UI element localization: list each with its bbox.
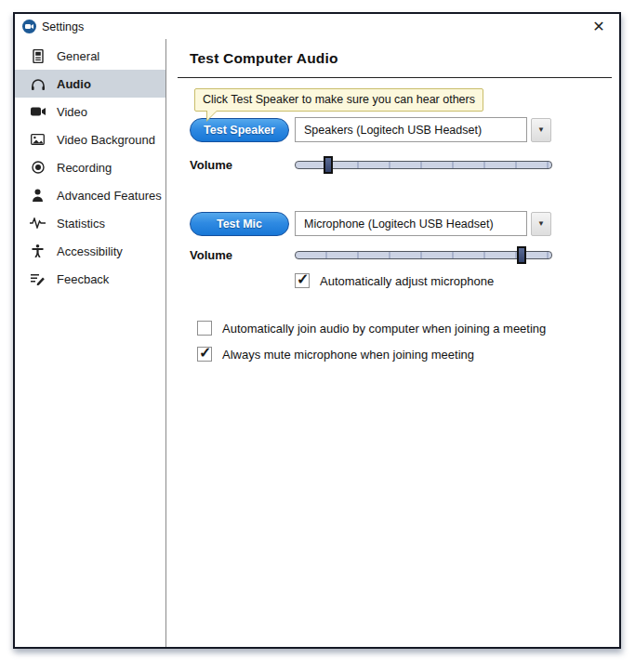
sidebar-item-label: Video xyxy=(57,105,87,119)
speaker-device-combo: Speakers (Logitech USB Headset) ▼ xyxy=(295,117,551,142)
slider-track xyxy=(295,161,552,169)
sidebar-item-label: Feecback xyxy=(57,272,109,286)
test-speaker-button[interactable]: Test Speaker xyxy=(190,118,289,142)
auto-adjust-mic-option[interactable]: Automatically adjust microphone xyxy=(295,273,619,288)
sidebar-item-label: Video Background xyxy=(57,133,155,147)
sidebar-item-label: Statistics xyxy=(57,217,105,231)
speaker-row: Test Speaker Speakers (Logitech USB Head… xyxy=(190,117,619,142)
auto-adjust-mic-checkbox[interactable] xyxy=(295,273,310,288)
speaker-volume-slider[interactable] xyxy=(295,156,552,174)
settings-sidebar: General Audio Video xyxy=(15,39,166,647)
image-icon xyxy=(30,132,46,148)
general-icon xyxy=(30,48,46,64)
sidebar-item-label: Advanced Features xyxy=(57,189,162,203)
close-icon[interactable]: ✕ xyxy=(589,18,608,36)
test-mic-button[interactable]: Test Mic xyxy=(190,212,289,236)
auto-join-audio-checkbox[interactable] xyxy=(197,321,212,336)
mic-device-select[interactable]: Microphone (Logitech USB Headset) xyxy=(295,211,527,236)
sidebar-item-accessibility[interactable]: Accessibility xyxy=(15,237,165,265)
headphones-icon xyxy=(30,76,46,92)
page-background: Settings ✕ General Audio xyxy=(0,0,635,672)
sidebar-item-audio[interactable]: Audio xyxy=(15,70,165,98)
sidebar-item-advanced-features[interactable]: Advanced Features xyxy=(15,181,165,209)
auto-join-audio-label: Automatically join audio by computer whe… xyxy=(222,322,546,336)
test-speaker-tooltip: Click Test Speaker to make sure you can … xyxy=(194,88,483,112)
video-camera-icon xyxy=(30,104,46,120)
window-title: Settings xyxy=(42,20,84,33)
mic-dropdown-arrow-icon[interactable]: ▼ xyxy=(531,212,551,236)
audio-settings-panel: Test Computer Audio Click Test Speaker t… xyxy=(166,39,619,647)
sidebar-item-video-background[interactable]: Video Background xyxy=(15,125,165,153)
sidebar-item-label: General xyxy=(57,49,99,63)
page-title: Test Computer Audio xyxy=(190,50,619,67)
zoom-logo-icon xyxy=(22,20,36,33)
speaker-volume-row: Volume xyxy=(190,156,619,173)
mic-volume-row: Volume xyxy=(190,246,619,263)
slider-track xyxy=(295,251,552,259)
sidebar-item-video[interactable]: Video xyxy=(15,98,165,125)
speaker-device-select[interactable]: Speakers (Logitech USB Headset) xyxy=(295,117,527,142)
mic-device-combo: Microphone (Logitech USB Headset) ▼ xyxy=(295,211,551,236)
record-icon xyxy=(30,160,46,176)
speaker-volume-label: Volume xyxy=(190,158,232,172)
sidebar-item-statistics[interactable]: Statistics xyxy=(15,209,165,237)
auto-adjust-mic-label: Automatically adjust microphone xyxy=(320,274,494,288)
settings-window: Settings ✕ General Audio xyxy=(13,12,621,649)
sidebar-item-feedback[interactable]: Feecback xyxy=(15,265,165,293)
pulse-icon xyxy=(30,216,46,231)
speaker-volume-thumb[interactable] xyxy=(324,156,333,174)
mic-row: Test Mic Microphone (Logitech USB Headse… xyxy=(190,211,619,236)
sidebar-item-recording[interactable]: Recording xyxy=(15,153,165,181)
always-mute-option[interactable]: Always mute microphone when joining meet… xyxy=(197,347,619,362)
accessibility-icon xyxy=(30,244,46,259)
person-icon xyxy=(30,188,46,204)
auto-join-audio-option[interactable]: Automatically join audio by computer whe… xyxy=(197,321,619,336)
sidebar-item-label: Accessibility xyxy=(57,244,123,258)
mic-volume-label: Volume xyxy=(190,248,232,262)
mic-volume-slider[interactable] xyxy=(295,246,552,264)
sidebar-item-general[interactable]: General xyxy=(15,42,165,70)
speaker-dropdown-arrow-icon[interactable]: ▼ xyxy=(531,118,551,142)
always-mute-label: Always mute microphone when joining meet… xyxy=(222,348,474,362)
sidebar-item-label: Recording xyxy=(57,161,112,175)
title-bar[interactable]: Settings ✕ xyxy=(15,14,619,39)
feedback-icon xyxy=(30,271,46,287)
mic-volume-thumb[interactable] xyxy=(517,246,526,264)
always-mute-checkbox[interactable] xyxy=(197,347,212,362)
sidebar-item-label: Audio xyxy=(57,77,91,91)
